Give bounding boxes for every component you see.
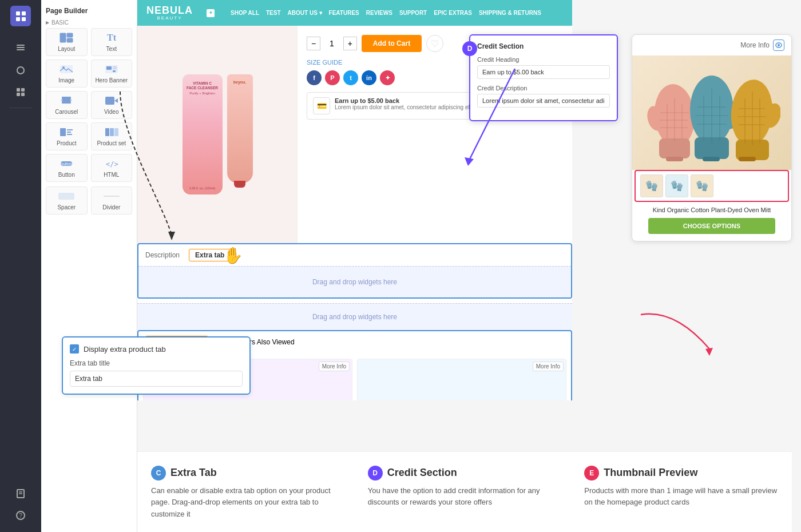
svg-point-40 <box>778 44 780 46</box>
svg-point-18 <box>62 66 65 69</box>
svg-rect-0 <box>17 47 25 48</box>
widgets-grid: Layout Tt Text Image Hero Banner <box>46 28 132 182</box>
more-info-btn-2[interactable]: More Info <box>533 362 564 371</box>
bottle-volume: 3.38 fl. oz. (100ml) <box>189 186 216 190</box>
widget-image[interactable]: Image <box>46 59 88 88</box>
svg-marker-25 <box>61 98 62 102</box>
widget-layout[interactable]: Layout <box>46 28 88 56</box>
svg-rect-69 <box>703 157 720 161</box>
product-images: VITAMIN CFACE CLEANSERPurify + Brighten … <box>137 26 298 243</box>
sidebar-item-pages[interactable] <box>0 483 41 505</box>
instagram-icon[interactable]: ✦ <box>380 70 395 85</box>
display-extra-tab-checkbox[interactable]: ✓ <box>70 344 79 354</box>
sidebar-item-help[interactable]: ? <box>0 505 41 526</box>
svg-rect-1 <box>17 49 25 50</box>
app-logo[interactable] <box>10 6 31 26</box>
nav-epic-extras[interactable]: EPIC EXTRAS <box>434 10 472 16</box>
svg-rect-13 <box>60 33 66 42</box>
widget-product-label: Product <box>57 140 76 146</box>
credit-heading-input[interactable] <box>477 65 610 79</box>
tab-content-drag: Drag and drop widgets here <box>138 266 571 297</box>
add-to-cart-button[interactable]: Add to Cart <box>362 35 422 52</box>
nav-test[interactable]: TEST <box>266 10 281 16</box>
credit-info: Earn up to $5.00 back Lorem ipsum dolor … <box>335 97 474 110</box>
wishlist-button[interactable]: ♡ <box>426 35 443 52</box>
nav-shop-all[interactable]: SHOP ALL <box>231 10 259 16</box>
widget-button[interactable]: button Button <box>46 154 88 182</box>
widget-divider[interactable]: Divider <box>91 186 133 215</box>
svg-rect-15 <box>67 38 73 42</box>
feature-d-title: Credit Section <box>387 467 457 479</box>
sidebar-item-widgets[interactable] <box>14 81 27 103</box>
sidebar-item-brush[interactable] <box>14 59 27 81</box>
more-info-btn-1[interactable]: More Info <box>319 362 350 371</box>
tab-description[interactable]: Description <box>145 249 180 261</box>
widget-html[interactable]: </> HTML <box>91 154 133 182</box>
checkbox-label: Display extra product tab <box>84 345 166 354</box>
feature-e-block: E Thumbnail Preview Products with more t… <box>584 466 778 521</box>
tab-extra[interactable]: Extra tab <box>189 249 231 261</box>
feature-c-block: C Extra Tab Can enable or disable extra … <box>151 466 345 521</box>
button-widget-icon: button <box>58 158 74 169</box>
choose-options-button[interactable]: CHOOSE OPTIONS <box>648 218 775 234</box>
product-bottles: VITAMIN CFACE CLEANSERPurify + Brighten … <box>173 65 262 204</box>
sidebar-item-layers[interactable] <box>14 38 27 59</box>
layers-icon <box>14 42 27 55</box>
spacer-icon <box>58 190 74 202</box>
feature-e-title-row: E Thumbnail Preview <box>584 466 778 481</box>
text-icon: Tt <box>104 32 120 43</box>
extra-tab-title-input[interactable] <box>70 371 243 387</box>
nav-support[interactable]: SUPPORT <box>399 10 427 16</box>
qty-decrement[interactable]: − <box>307 37 320 50</box>
widget-product-set[interactable]: Product set <box>91 122 133 150</box>
nav-about[interactable]: ABOUT US <box>288 10 322 16</box>
eye-icon[interactable] <box>773 39 784 51</box>
page-builder-panel: Page Builder BASIC Layout Tt Text Image <box>41 0 137 532</box>
svg-text:Tt: Tt <box>107 33 117 42</box>
widget-hero-banner-label: Hero Banner <box>95 77 128 84</box>
credit-icon: 💳 <box>313 97 330 114</box>
svg-rect-29 <box>60 128 66 136</box>
svg-rect-42 <box>659 138 690 158</box>
nav-features[interactable]: FEATURES <box>329 10 359 16</box>
widget-carousel[interactable]: Carousel <box>46 91 88 119</box>
thumb-3[interactable]: 🧤 <box>691 174 713 197</box>
tabs-area: Description Extra tab Drag and drop widg… <box>137 243 572 299</box>
features-row: C Extra Tab Can enable or disable extra … <box>137 451 792 532</box>
badge-c: C <box>151 466 166 481</box>
widget-hero-banner[interactable]: Hero Banner <box>91 59 133 88</box>
pinterest-icon[interactable]: P <box>325 70 340 85</box>
widget-video[interactable]: Video <box>91 91 133 119</box>
feature-d-desc: You have the option to add credit inform… <box>368 485 562 509</box>
facebook-icon[interactable]: f <box>307 70 322 85</box>
store-name: NEBULA <box>146 5 193 15</box>
credit-desc-input[interactable] <box>477 94 610 108</box>
store-header: NEBULA BEAUTY ✦ SHOP ALL TEST ABOUT US F… <box>137 0 572 26</box>
widget-spacer[interactable]: Spacer <box>46 186 88 215</box>
nav-shipping[interactable]: SHIPPING & RETURNS <box>479 10 541 16</box>
svg-text:</>: </> <box>106 160 118 168</box>
more-info-panel-label: More Info <box>740 41 770 49</box>
svg-point-3 <box>17 67 24 74</box>
widget-button-label: Button <box>58 172 75 178</box>
widget-product[interactable]: Product <box>46 122 88 150</box>
widget-product-set-label: Product set <box>97 140 126 146</box>
sidebar: ? <box>0 0 41 532</box>
credit-popup-desc-label: Credit Description <box>477 85 610 92</box>
svg-marker-28 <box>114 98 118 103</box>
thumb-1[interactable]: 🧤 <box>640 174 663 197</box>
feature-e-title: Thumbnail Preview <box>604 467 697 479</box>
qty-value: 1 <box>325 39 339 48</box>
thumb-2[interactable]: 🧤 <box>665 174 688 197</box>
svg-rect-6 <box>17 93 20 96</box>
svg-text:button: button <box>61 162 73 166</box>
widget-divider-label: Divider <box>102 204 120 211</box>
twitter-icon[interactable]: t <box>343 70 358 85</box>
linkedin-icon[interactable]: in <box>362 70 376 85</box>
widget-text[interactable]: Tt Text <box>91 28 133 56</box>
svg-rect-5 <box>21 88 25 92</box>
nav-reviews[interactable]: REVIEWS <box>366 10 392 16</box>
svg-rect-20 <box>106 66 112 70</box>
svg-rect-14 <box>67 33 73 37</box>
qty-increment[interactable]: + <box>343 37 357 50</box>
